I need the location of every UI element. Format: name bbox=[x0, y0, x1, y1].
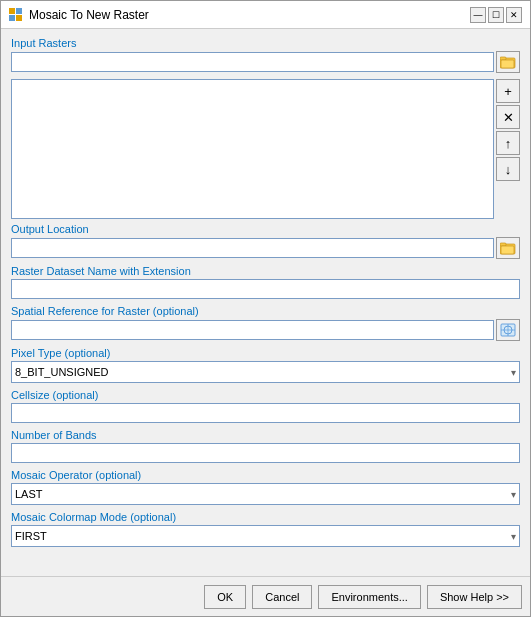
number-of-bands-section: Number of Bands bbox=[11, 429, 520, 463]
svg-rect-0 bbox=[9, 8, 15, 14]
folder-icon bbox=[500, 55, 516, 69]
ok-button[interactable]: OK bbox=[204, 585, 246, 609]
svg-rect-2 bbox=[9, 15, 15, 21]
add-item-button[interactable]: + bbox=[496, 79, 520, 103]
close-button[interactable]: ✕ bbox=[506, 7, 522, 23]
mosaic-colormap-select-wrapper: FIRST LAST MATCH REJECT bbox=[11, 525, 520, 547]
maximize-button[interactable]: ☐ bbox=[488, 7, 504, 23]
input-rasters-row bbox=[11, 51, 520, 73]
raster-dataset-name-field[interactable] bbox=[11, 279, 520, 299]
spatial-reference-label: Spatial Reference for Raster (optional) bbox=[11, 305, 520, 317]
pixel-type-select[interactable]: 8_BIT_UNSIGNED 8_BIT_SIGNED 16_BIT_UNSIG… bbox=[11, 361, 520, 383]
show-help-button[interactable]: Show Help >> bbox=[427, 585, 522, 609]
mosaic-icon bbox=[9, 8, 23, 22]
title-bar: Mosaic To New Raster — ☐ ✕ bbox=[1, 1, 530, 29]
move-down-button[interactable]: ↓ bbox=[496, 157, 520, 181]
svg-rect-5 bbox=[500, 57, 506, 60]
main-window: Mosaic To New Raster — ☐ ✕ Input Rasters bbox=[0, 0, 531, 617]
input-rasters-field[interactable] bbox=[11, 52, 494, 72]
environments-button[interactable]: Environments... bbox=[318, 585, 420, 609]
mosaic-colormap-select[interactable]: FIRST LAST MATCH REJECT bbox=[11, 525, 520, 547]
output-location-field[interactable] bbox=[11, 238, 494, 258]
spatial-reference-row bbox=[11, 319, 520, 341]
title-bar-controls: — ☐ ✕ bbox=[470, 7, 522, 23]
mosaic-operator-section: Mosaic Operator (optional) FIRST LAST BL… bbox=[11, 469, 520, 505]
form-content: Input Rasters + ✕ ↑ ↓ bbox=[1, 29, 530, 576]
output-location-section: Output Location bbox=[11, 223, 520, 259]
raster-dataset-name-label: Raster Dataset Name with Extension bbox=[11, 265, 520, 277]
cellsize-label: Cellsize (optional) bbox=[11, 389, 520, 401]
pixel-type-label: Pixel Type (optional) bbox=[11, 347, 520, 359]
folder-icon-2 bbox=[500, 241, 516, 255]
move-up-button[interactable]: ↑ bbox=[496, 131, 520, 155]
cellsize-section: Cellsize (optional) bbox=[11, 389, 520, 423]
number-of-bands-label: Number of Bands bbox=[11, 429, 520, 441]
input-rasters-browse-button[interactable] bbox=[496, 51, 520, 73]
mosaic-operator-select-wrapper: FIRST LAST BLEND MEAN MINIMUM MAXIMUM SU… bbox=[11, 483, 520, 505]
input-rasters-section: Input Rasters bbox=[11, 37, 520, 73]
remove-item-button[interactable]: ✕ bbox=[496, 105, 520, 129]
window-title: Mosaic To New Raster bbox=[29, 8, 149, 22]
pixel-type-select-wrapper: 8_BIT_UNSIGNED 8_BIT_SIGNED 16_BIT_UNSIG… bbox=[11, 361, 520, 383]
minimize-button[interactable]: — bbox=[470, 7, 486, 23]
title-bar-left: Mosaic To New Raster bbox=[9, 8, 149, 22]
mosaic-operator-select[interactable]: FIRST LAST BLEND MEAN MINIMUM MAXIMUM SU… bbox=[11, 483, 520, 505]
mosaic-operator-label: Mosaic Operator (optional) bbox=[11, 469, 520, 481]
pixel-type-section: Pixel Type (optional) 8_BIT_UNSIGNED 8_B… bbox=[11, 347, 520, 383]
input-rasters-list-wrapper: + ✕ ↑ ↓ bbox=[11, 79, 520, 219]
spatial-reference-field[interactable] bbox=[11, 320, 494, 340]
mosaic-colormap-label: Mosaic Colormap Mode (optional) bbox=[11, 511, 520, 523]
svg-rect-1 bbox=[16, 8, 22, 14]
cancel-button[interactable]: Cancel bbox=[252, 585, 312, 609]
svg-rect-6 bbox=[501, 60, 514, 68]
svg-rect-3 bbox=[16, 15, 22, 21]
input-rasters-label: Input Rasters bbox=[11, 37, 520, 49]
cellsize-field[interactable] bbox=[11, 403, 520, 423]
list-side-buttons: + ✕ ↑ ↓ bbox=[496, 79, 520, 219]
footer: OK Cancel Environments... Show Help >> bbox=[1, 576, 530, 616]
mosaic-colormap-section: Mosaic Colormap Mode (optional) FIRST LA… bbox=[11, 511, 520, 547]
coordinate-icon bbox=[500, 323, 516, 337]
output-location-row bbox=[11, 237, 520, 259]
number-of-bands-field[interactable] bbox=[11, 443, 520, 463]
spatial-reference-section: Spatial Reference for Raster (optional) bbox=[11, 305, 520, 341]
svg-rect-9 bbox=[501, 246, 514, 254]
output-location-browse-button[interactable] bbox=[496, 237, 520, 259]
input-rasters-list[interactable] bbox=[11, 79, 494, 219]
output-location-label: Output Location bbox=[11, 223, 520, 235]
spatial-reference-browse-button[interactable] bbox=[496, 319, 520, 341]
svg-rect-8 bbox=[500, 243, 506, 246]
raster-dataset-name-section: Raster Dataset Name with Extension bbox=[11, 265, 520, 299]
